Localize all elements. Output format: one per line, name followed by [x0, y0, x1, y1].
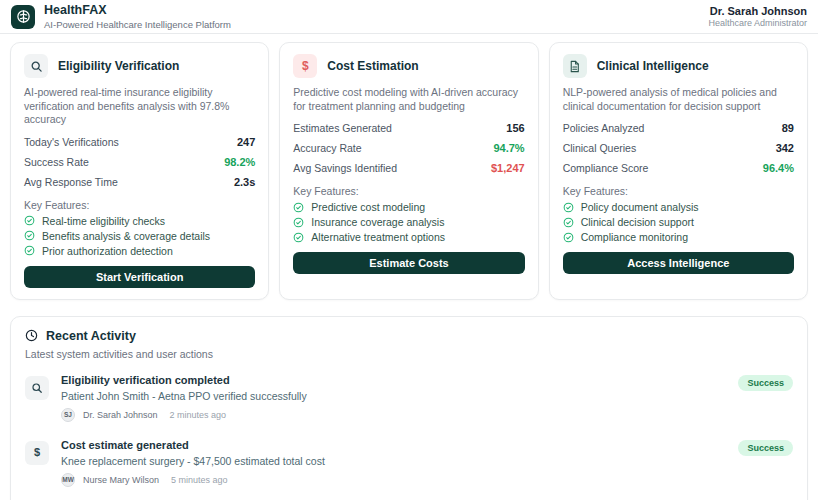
- activity-user: Nurse Mary Wilson: [83, 475, 159, 485]
- avatar: SJ: [61, 408, 75, 422]
- activity-title: Cost estimate generated: [61, 439, 726, 451]
- dollar-icon: $: [293, 54, 317, 78]
- feature-item: Clinical decision support: [563, 216, 794, 228]
- check-circle-icon: [293, 232, 304, 243]
- check-circle-icon: [563, 232, 574, 243]
- recent-activity-title: Recent Activity: [46, 329, 136, 343]
- feature-item: Compliance monitoring: [563, 231, 794, 243]
- card-stats: Policies Analyzed 89 Clinical Queries 34…: [563, 118, 794, 178]
- feature-list: Real-time eligibility checks Benefits an…: [24, 215, 255, 257]
- stat-row: Clinical Queries 342: [563, 138, 794, 158]
- feature-item: Real-time eligibility checks: [24, 215, 255, 227]
- card-eligibility-verification: Eligibility Verification AI-powered real…: [10, 42, 269, 300]
- estimate-costs-button[interactable]: Estimate Costs: [293, 252, 524, 274]
- stat-row: Success Rate 98.2%: [24, 152, 255, 172]
- activity-title: Eligibility verification completed: [61, 374, 726, 386]
- stat-row: Policies Analyzed 89: [563, 118, 794, 138]
- brain-logo-icon: [11, 5, 35, 29]
- feature-item: Benefits analysis & coverage details: [24, 230, 255, 242]
- activity-item[interactable]: $ Cost estimate generated Knee replaceme…: [25, 439, 793, 487]
- stat-row: Accuracy Rate 94.7%: [293, 138, 524, 158]
- card-description: NLP-powered analysis of medical policies…: [563, 86, 794, 113]
- activity-list: Eligibility verification completed Patie…: [25, 374, 793, 500]
- stat-row: Today's Verifications 247: [24, 132, 255, 152]
- recent-activity-panel: Recent Activity Latest system activities…: [10, 316, 808, 500]
- brand: HealthFAX AI-Powered Healthcare Intellig…: [11, 3, 231, 30]
- stat-row: Estimates Generated 156: [293, 118, 524, 138]
- user-info: Dr. Sarah Johnson Healthcare Administrat…: [708, 5, 807, 28]
- feature-item: Prior authorization detection: [24, 245, 255, 257]
- activity-time: 2 minutes ago: [170, 410, 227, 420]
- document-icon: [563, 54, 587, 78]
- activity-time: 5 minutes ago: [171, 475, 228, 485]
- feature-list: Predictive cost modeling Insurance cover…: [293, 201, 524, 243]
- avatar: MW: [61, 473, 75, 487]
- activity-item[interactable]: Eligibility verification completed Patie…: [25, 374, 793, 422]
- card-cost-estimation: $ Cost Estimation Predictive cost modeli…: [279, 42, 538, 300]
- activity-user: Dr. Sarah Johnson: [83, 410, 158, 420]
- status-badge: Success: [738, 375, 793, 391]
- key-features-label: Key Features:: [24, 199, 255, 211]
- activity-description: Patient John Smith - Aetna PPO verified …: [61, 390, 726, 402]
- check-circle-icon: [563, 202, 574, 213]
- check-circle-icon: [24, 245, 35, 256]
- check-circle-icon: [293, 202, 304, 213]
- feature-cards-row: Eligibility Verification AI-powered real…: [10, 42, 808, 300]
- check-circle-icon: [293, 217, 304, 228]
- card-title: Eligibility Verification: [58, 59, 179, 73]
- search-icon: [24, 54, 48, 78]
- key-features-label: Key Features:: [563, 185, 794, 197]
- check-circle-icon: [563, 217, 574, 228]
- card-stats: Today's Verifications 247 Success Rate 9…: [24, 132, 255, 192]
- search-icon: [25, 376, 49, 400]
- feature-item: Insurance coverage analysis: [293, 216, 524, 228]
- recent-activity-subtitle: Latest system activities and user action…: [25, 348, 793, 360]
- feature-item: Alternative treatment options: [293, 231, 524, 243]
- check-circle-icon: [24, 215, 35, 226]
- user-name: Dr. Sarah Johnson: [708, 5, 807, 17]
- user-role: Healthcare Administrator: [708, 18, 807, 28]
- activity-description: Knee replacement surgery - $47,500 estim…: [61, 455, 726, 467]
- app-title: HealthFAX: [44, 3, 231, 18]
- card-description: Predictive cost modeling with AI-driven …: [293, 86, 524, 113]
- card-clinical-intelligence: Clinical Intelligence NLP-powered analys…: [549, 42, 808, 300]
- feature-list: Policy document analysis Clinical decisi…: [563, 201, 794, 243]
- clock-icon: [25, 329, 38, 342]
- card-description: AI-powered real-time insurance eligibili…: [24, 86, 255, 127]
- key-features-label: Key Features:: [293, 185, 524, 197]
- card-title: Cost Estimation: [327, 59, 418, 73]
- feature-item: Predictive cost modeling: [293, 201, 524, 213]
- card-title: Clinical Intelligence: [597, 59, 709, 73]
- dollar-icon: $: [25, 441, 49, 465]
- card-stats: Estimates Generated 156 Accuracy Rate 94…: [293, 118, 524, 178]
- stat-row: Avg Response Time 2.3s: [24, 172, 255, 192]
- check-circle-icon: [24, 230, 35, 241]
- app-subtitle: AI-Powered Healthcare Intelligence Platf…: [44, 19, 231, 30]
- main-content: Eligibility Verification AI-powered real…: [0, 34, 818, 500]
- stat-row: Avg Savings Identified $1,247: [293, 158, 524, 178]
- stat-row: Compliance Score 96.4%: [563, 158, 794, 178]
- status-badge: Success: [738, 440, 793, 456]
- top-bar: HealthFAX AI-Powered Healthcare Intellig…: [0, 0, 818, 34]
- start-verification-button[interactable]: Start Verification: [24, 266, 255, 288]
- feature-item: Policy document analysis: [563, 201, 794, 213]
- access-intelligence-button[interactable]: Access Intelligence: [563, 252, 794, 274]
